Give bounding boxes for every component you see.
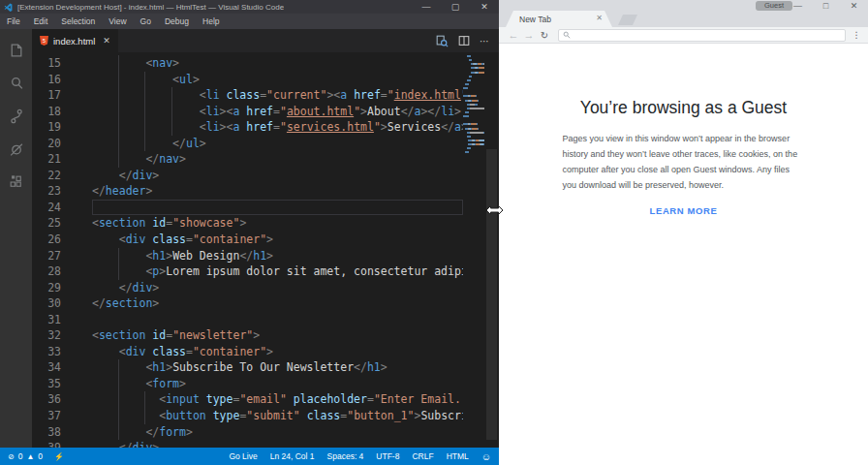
- menu-view[interactable]: View: [102, 14, 133, 29]
- errors-count[interactable]: 0: [18, 451, 23, 461]
- status-go-live[interactable]: Go Live: [229, 451, 257, 461]
- status-utf-8[interactable]: UTF-8: [376, 451, 399, 461]
- tab-index-html[interactable]: 5 index.html ✕: [32, 29, 118, 52]
- new-tab-button[interactable]: [618, 15, 637, 25]
- code-line[interactable]: 25<section id="showcase">: [32, 215, 463, 232]
- vscode-close-button[interactable]: ✕: [470, 0, 499, 14]
- menu-selection[interactable]: Selection: [54, 14, 102, 29]
- editor-scrollbar[interactable]: [484, 52, 499, 448]
- feedback-smiley-icon[interactable]: ☺: [481, 451, 491, 462]
- scrollbar-thumb[interactable]: [486, 149, 497, 440]
- code-line[interactable]: 30</section>: [32, 295, 463, 312]
- code-line[interactable]: 16 <ul>: [32, 72, 463, 88]
- line-number: 39: [32, 440, 61, 448]
- browser-maximize-button[interactable]: □: [812, 0, 840, 12]
- search-icon: [563, 31, 571, 39]
- menu-go[interactable]: Go: [134, 14, 158, 29]
- line-number: 22: [32, 168, 61, 184]
- line-number: 38: [32, 424, 61, 441]
- code-line[interactable]: 31: [32, 312, 463, 328]
- code-line[interactable]: 39 </div>: [32, 440, 463, 448]
- code-line[interactable]: 24: [32, 200, 463, 216]
- debug-icon[interactable]: [0, 132, 32, 165]
- vscode-maximize-button[interactable]: ▢: [441, 0, 470, 14]
- browser-tab-close-icon[interactable]: ✕: [596, 14, 603, 22]
- warnings-icon[interactable]: ▲: [26, 452, 34, 461]
- forward-icon[interactable]: →: [521, 29, 537, 41]
- code-editor[interactable]: 15 <nav>16 <ul>17 <li class="current"><a…: [32, 52, 499, 448]
- search-icon[interactable]: [0, 66, 32, 99]
- window-title: [Extension Development Host] - index.htm…: [17, 3, 284, 12]
- line-number: 18: [32, 104, 61, 120]
- lightning-icon[interactable]: ⚡: [54, 452, 64, 461]
- code-line[interactable]: 23</header>: [32, 183, 463, 200]
- address-bar[interactable]: [558, 29, 846, 42]
- menu-help[interactable]: Help: [196, 14, 226, 29]
- learn-more-link[interactable]: LEARN MORE: [499, 205, 868, 216]
- code-line[interactable]: 28 <p>Lorem ipsum dolor sit amet, consec…: [32, 264, 463, 280]
- code-line[interactable]: 29 </div>: [32, 280, 463, 296]
- code-line[interactable]: 17 <li class="current"><a href="index.ht…: [32, 87, 463, 104]
- errors-icon[interactable]: ⊘: [8, 452, 15, 461]
- more-actions-icon[interactable]: ⋯: [480, 36, 490, 46]
- extensions-icon[interactable]: [0, 165, 32, 198]
- code-line[interactable]: 36 <input type="email" placeholder="Ente…: [32, 391, 463, 408]
- vscode-logo-icon: [4, 3, 13, 12]
- code-line[interactable]: 19 <li><a href="services.html">Services<…: [32, 119, 463, 136]
- browser-close-button[interactable]: ✕: [840, 0, 868, 12]
- menu-edit[interactable]: Edit: [27, 14, 55, 29]
- code-line[interactable]: 34 <h1>Subscribe To Our Newsletter</h1>: [32, 359, 463, 376]
- status-ln-24-col-1[interactable]: Ln 24, Col 1: [270, 451, 315, 461]
- code-line[interactable]: 26 <div class="container">: [32, 232, 463, 248]
- code-line[interactable]: 15 <nav>: [32, 55, 463, 72]
- back-icon[interactable]: ←: [506, 29, 521, 41]
- code-line[interactable]: 27 <h1>Web Design</h1>: [32, 248, 463, 264]
- code-line[interactable]: 38 </form>: [32, 424, 463, 441]
- line-number: 34: [32, 359, 61, 376]
- warnings-count[interactable]: 0: [38, 451, 43, 461]
- vscode-minimize-button[interactable]: —: [412, 0, 441, 14]
- browser-toolbar: ← → ↻ ⋮: [499, 27, 868, 44]
- line-number: 25: [32, 215, 61, 232]
- browser-minimize-button[interactable]: —: [784, 0, 812, 12]
- status-bar: ⊘ 0 ▲ 0 ⚡ Go LiveLn 24, Col 1Spaces: 4UT…: [0, 448, 499, 465]
- line-number: 16: [32, 72, 61, 88]
- line-number: 36: [32, 391, 61, 408]
- code-line[interactable]: 18 <li><a href="about.html">About</a></l…: [32, 104, 463, 120]
- explorer-icon[interactable]: [0, 33, 32, 66]
- line-number: 17: [32, 87, 61, 104]
- browser-frame: Guest — □ ✕: [499, 0, 868, 11]
- line-number: 30: [32, 295, 61, 312]
- code-line[interactable]: 20 </ul>: [32, 136, 463, 152]
- menu-debug[interactable]: Debug: [158, 14, 196, 29]
- code-line[interactable]: 21 </nav>: [32, 151, 463, 168]
- code-line[interactable]: 33 <div class="container">: [32, 344, 463, 360]
- line-number: 23: [32, 183, 61, 200]
- status-spaces-4[interactable]: Spaces: 4: [327, 451, 364, 461]
- code-line[interactable]: 35 <form>: [32, 376, 463, 392]
- open-preview-icon[interactable]: [435, 34, 449, 47]
- status-html[interactable]: HTML: [447, 451, 469, 461]
- browser-menu-icon[interactable]: ⋮: [852, 30, 861, 40]
- menu-file[interactable]: File: [0, 14, 27, 29]
- split-editor-icon[interactable]: [457, 34, 471, 47]
- status-crlf[interactable]: CRLF: [412, 451, 433, 461]
- minimap[interactable]: [463, 55, 484, 448]
- reload-icon[interactable]: ↻: [537, 30, 552, 41]
- source-control-icon[interactable]: [0, 99, 32, 132]
- vscode-menubar: FileEditSelectionViewGoDebugHelp: [0, 14, 499, 29]
- tab-close-icon[interactable]: ✕: [100, 36, 110, 46]
- html5-file-icon: 5: [40, 36, 48, 46]
- guest-page: You’re browsing as a Guest Pages you vie…: [499, 44, 868, 465]
- line-number: 24: [32, 200, 61, 216]
- line-number: 20: [32, 136, 61, 152]
- code-line[interactable]: 22 </div>: [32, 168, 463, 184]
- code-line[interactable]: 32<section id="newsletter">: [32, 327, 463, 344]
- line-number: 21: [32, 151, 61, 168]
- line-number: 26: [32, 232, 61, 248]
- line-number: 28: [32, 264, 61, 280]
- code-line[interactable]: 37 <button type="submit" class="button_1…: [32, 408, 463, 424]
- browser-tab-new-tab[interactable]: New Tab ✕: [506, 11, 612, 27]
- screen: [Extension Development Host] - index.htm…: [0, 0, 868, 465]
- code-lines[interactable]: 15 <nav>16 <ul>17 <li class="current"><a…: [32, 55, 463, 448]
